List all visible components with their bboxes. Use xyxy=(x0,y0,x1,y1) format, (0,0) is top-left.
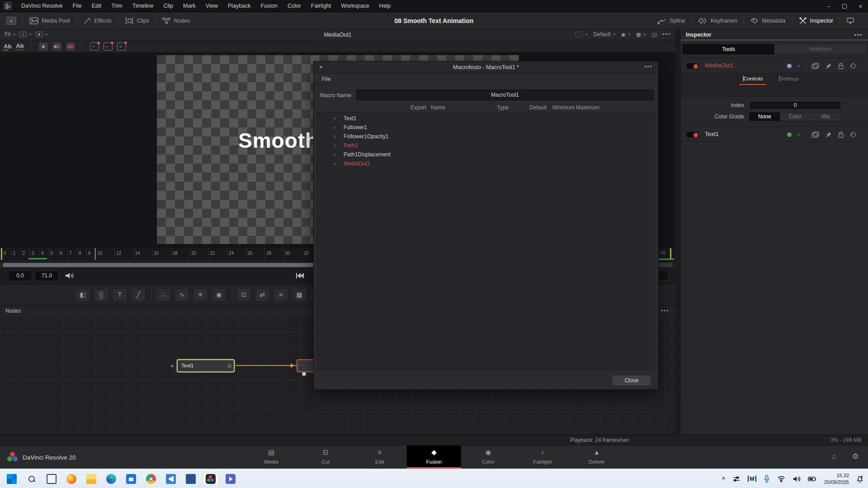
menu-item-playback[interactable]: Playback xyxy=(223,0,256,12)
page-tab-fusion[interactable]: ◆Fusion xyxy=(407,446,461,469)
text1-color-chevron-icon[interactable]: ∨ xyxy=(797,133,800,136)
merge-tool[interactable]: ⊡ xyxy=(237,289,250,301)
channel-dropdown[interactable]: ◉ ∨ xyxy=(621,32,631,38)
expander-chevron-icon[interactable]: › xyxy=(334,151,335,157)
mediaout1-lock-icon[interactable] xyxy=(838,62,844,70)
menu-item-clip[interactable]: Clip xyxy=(159,0,179,12)
tool-row-mediaout1[interactable]: MediaOut1 ∨ xyxy=(680,58,868,73)
transform-tool[interactable]: ⇄ xyxy=(255,289,269,301)
spline-button[interactable]: Spline xyxy=(651,12,692,29)
tray-app-m-icon[interactable]: M xyxy=(748,476,756,482)
macro-tool-list[interactable]: ›Text1›Follower1›Follower1Opacity1›Path1… xyxy=(317,112,654,370)
menu-item-help[interactable]: Help xyxy=(374,0,396,12)
taskbar-app-search[interactable] xyxy=(24,473,40,485)
mediaout1-versions-icon[interactable] xyxy=(811,62,820,70)
range-end-field[interactable]: 71.0 xyxy=(35,271,59,281)
settings-gear-icon[interactable]: ⚙ xyxy=(852,452,859,461)
tray-notifications-bell-icon[interactable] xyxy=(856,475,863,483)
expander-chevron-icon[interactable]: › xyxy=(334,124,335,130)
grade-option-mix[interactable]: Mix xyxy=(811,113,841,121)
mediaout1-reset-icon[interactable] xyxy=(849,62,857,70)
close-button[interactable]: × xyxy=(859,2,863,10)
menu-item-fairlight[interactable]: Fairlight xyxy=(306,0,336,12)
text-case-mixed-tool[interactable]: ab xyxy=(52,42,61,51)
taskbar-app-media-player[interactable] xyxy=(222,473,239,485)
nodes-panel-options[interactable]: ••• xyxy=(660,308,669,314)
page-tab-cut[interactable]: ⊟Cut xyxy=(298,446,353,469)
text-case-red-tool[interactable]: ab xyxy=(66,42,75,51)
blur-tool[interactable]: ◉ xyxy=(212,289,226,301)
index-field[interactable]: 0 xyxy=(749,101,841,110)
macro-tree-item-follower1opacity1[interactable]: ›Follower1Opacity1 xyxy=(317,132,654,141)
tray-overflow-chevron-icon[interactable]: ^ xyxy=(722,476,725,482)
menu-item-workspace[interactable]: Workspace xyxy=(336,0,374,12)
modifier-list-icon[interactable]: ≡ xyxy=(117,42,126,51)
project-home-icon[interactable]: ⌂ xyxy=(832,452,836,461)
fastnoise-tool[interactable]: ▒ xyxy=(94,289,108,301)
tray-wifi-icon[interactable] xyxy=(777,476,785,482)
range-start-field[interactable]: 0.0 xyxy=(8,271,32,281)
subtab-settings[interactable]: Settings xyxy=(774,76,803,81)
tray-speaker-icon[interactable] xyxy=(793,475,801,483)
taskbar-app-vscode[interactable] xyxy=(163,473,179,485)
metadata-button[interactable]: Metadata xyxy=(744,12,792,29)
menu-item-davinci-resolve[interactable]: DaVinci Resolve xyxy=(16,0,67,12)
page-tab-color[interactable]: ◉Color xyxy=(461,446,515,469)
tray-microphone-icon[interactable] xyxy=(764,475,770,483)
text-tool[interactable]: T xyxy=(113,289,127,301)
colorcurves-tool[interactable]: ∿ xyxy=(175,289,189,301)
matte-control-tool[interactable]: ▩ xyxy=(292,289,306,301)
colorcorrector-tool[interactable]: ☀ xyxy=(193,289,207,301)
taskbar-clock[interactable]: 15.32 20/09/2025 xyxy=(824,472,849,486)
inspector-options-menu[interactable]: ••• xyxy=(854,32,863,38)
text1-pin-icon[interactable] xyxy=(825,131,832,138)
menu-item-edit[interactable]: Edit xyxy=(87,0,107,12)
taskbar-app-davinci-resolve[interactable] xyxy=(203,473,219,485)
lut-dropdown[interactable]: Default ∨ xyxy=(593,31,616,38)
clips-button[interactable]: Clips xyxy=(118,12,156,29)
taskbar-app-start[interactable] xyxy=(4,473,20,485)
menu-item-fusion[interactable]: Fusion xyxy=(255,0,283,12)
particles-tool[interactable]: ∴ xyxy=(156,289,170,301)
dialog-close-button[interactable]: Close xyxy=(612,375,651,386)
expander-chevron-icon[interactable]: › xyxy=(334,160,335,166)
tray-settings-sliders-icon[interactable] xyxy=(732,475,741,483)
dialog-file-menu[interactable]: File xyxy=(314,74,658,85)
menu-item-view[interactable]: View xyxy=(201,0,223,12)
macro-tree-item-mediaout1[interactable]: ›MediaOut1 xyxy=(317,160,654,169)
dual-viewer-toggle[interactable]: ▯▯ xyxy=(651,32,657,38)
node-output-square[interactable] xyxy=(302,372,306,376)
text1-versions-icon[interactable] xyxy=(811,131,820,138)
text1-lock-icon[interactable] xyxy=(838,131,844,138)
playhead[interactable] xyxy=(95,248,95,260)
ui-layout-toggle[interactable]: ∨ xyxy=(6,17,16,25)
audio-mute-icon[interactable] xyxy=(64,272,74,280)
node-mediaout1-fragment[interactable] xyxy=(297,359,314,372)
inspector-button[interactable]: Inspector xyxy=(793,12,840,29)
text1-reset-icon[interactable] xyxy=(849,131,857,138)
mediaout1-color-chevron-icon[interactable]: ∨ xyxy=(797,64,800,68)
background-tool[interactable]: ◧ xyxy=(76,289,90,301)
nodes-button[interactable]: Nodes xyxy=(156,12,196,29)
taskbar-app-file-explorer[interactable] xyxy=(83,473,99,485)
page-tab-fairlight[interactable]: ♪Fairlight xyxy=(515,446,570,469)
subtab-controls[interactable]: Controls xyxy=(738,76,767,81)
minimize-button[interactable]: – xyxy=(827,3,830,9)
menu-item-trim[interactable]: Trim xyxy=(106,0,127,12)
tray-battery-icon[interactable] xyxy=(808,476,817,482)
menu-item-mark[interactable]: Mark xyxy=(178,0,201,12)
taskbar-app-task-view[interactable] xyxy=(43,473,60,485)
text-insert-tool[interactable]: Ab xyxy=(4,43,11,50)
dialog-title-bar[interactable]: × Macrofesto - MacroTool1 * ••• xyxy=(314,61,658,74)
menu-item-color[interactable]: Color xyxy=(283,0,306,12)
layout-tool[interactable]: ≡ xyxy=(274,289,288,301)
page-tab-media[interactable]: ▤Media xyxy=(244,446,298,469)
grade-option-color[interactable]: Color xyxy=(780,113,811,121)
macro-tree-item-path1displacement[interactable]: ›Path1Displacement xyxy=(317,150,654,160)
taskbar-app-teams[interactable] xyxy=(183,473,199,485)
text-kerning-tool[interactable]: Ab xyxy=(16,42,24,50)
macro-name-input[interactable]: MacroTool1 xyxy=(356,89,654,100)
effects-button[interactable]: Effects xyxy=(77,12,118,29)
mediaout1-tile-color-dot[interactable] xyxy=(787,64,792,68)
modifier-add-icon[interactable]: + xyxy=(90,42,99,51)
